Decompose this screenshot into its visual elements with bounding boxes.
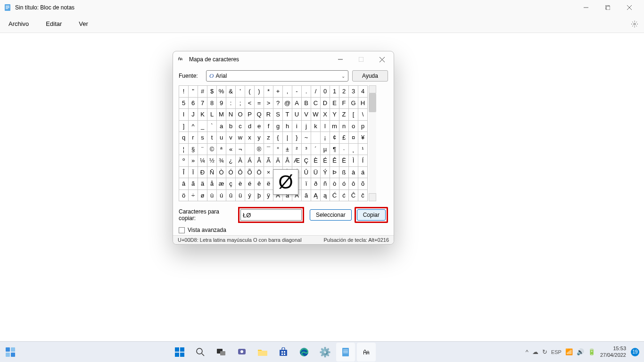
character-cell[interactable]: ù — [207, 189, 217, 201]
settings-app-button[interactable]: ⚙️ — [315, 343, 334, 362]
character-cell[interactable]: c — [236, 120, 245, 132]
character-cell[interactable]: æ — [217, 178, 226, 190]
character-cell[interactable]: z — [264, 132, 273, 144]
character-cell[interactable]: Ü — [311, 166, 321, 178]
character-cell[interactable]: ¬ — [236, 143, 245, 155]
character-cell[interactable]: ä — [198, 178, 207, 190]
character-cell[interactable]: ý — [245, 189, 255, 201]
help-button[interactable]: Ayuda — [352, 70, 388, 82]
character-cell[interactable]: ) — [255, 86, 264, 98]
character-cell[interactable]: Å — [283, 155, 292, 167]
character-cell[interactable]: µ — [321, 143, 330, 155]
character-cell[interactable]: ~ — [302, 132, 311, 144]
character-cell[interactable]: m — [330, 120, 339, 132]
character-cell[interactable]: 4 — [358, 86, 368, 98]
battery-icon[interactable]: 🔋 — [588, 348, 595, 355]
character-cell[interactable]: ± — [283, 143, 292, 155]
character-cell[interactable]: Ì — [349, 155, 358, 167]
character-cell[interactable]: û — [226, 189, 236, 201]
character-cell[interactable]: ] — [179, 120, 189, 132]
character-cell[interactable]: d — [245, 120, 255, 132]
character-cell[interactable]: ë — [264, 178, 273, 190]
character-cell[interactable]: ą — [321, 189, 330, 201]
character-cell[interactable]: Í — [358, 155, 368, 167]
character-cell[interactable]: h — [283, 120, 292, 132]
character-cell[interactable]: Û — [302, 166, 311, 178]
character-cell[interactable]: = — [255, 97, 264, 109]
character-cell[interactable]: ; — [236, 97, 245, 109]
character-cell[interactable]: w — [236, 132, 245, 144]
character-cell[interactable]: { — [273, 132, 283, 144]
minimize-button[interactable] — [575, 0, 597, 15]
charmap-close-button[interactable] — [375, 54, 389, 65]
character-cell[interactable]: Ö — [255, 166, 264, 178]
character-cell[interactable]: v — [226, 132, 236, 144]
character-cell[interactable]: - — [292, 86, 302, 98]
character-cell[interactable]: ( — [245, 86, 255, 98]
character-cell[interactable]: 9 — [217, 97, 226, 109]
character-cell[interactable]: è — [236, 178, 245, 190]
character-cell[interactable]: ã — [189, 178, 198, 190]
menu-view[interactable]: Ver — [76, 18, 91, 29]
character-cell[interactable]: [ — [349, 109, 358, 121]
character-cell[interactable]: Ï — [189, 166, 198, 178]
onedrive-icon[interactable]: ☁ — [532, 348, 538, 355]
character-cell[interactable]: þ — [255, 189, 264, 201]
character-cell[interactable]: j — [302, 120, 311, 132]
font-select[interactable]: O Arial ⌄ — [206, 70, 348, 82]
character-cell[interactable]: ¶ — [330, 143, 339, 155]
character-cell[interactable]: % — [217, 86, 226, 98]
character-cell[interactable]: Þ — [330, 166, 339, 178]
character-cell[interactable]: ¨ — [198, 143, 207, 155]
character-cell[interactable]: M — [217, 109, 226, 121]
character-cell[interactable]: É — [321, 155, 330, 167]
edge-button[interactable] — [295, 343, 314, 362]
chat-button[interactable] — [232, 343, 251, 362]
character-cell[interactable]: Â — [255, 155, 264, 167]
character-cell[interactable]: u — [217, 132, 226, 144]
character-cell[interactable]: s — [198, 132, 207, 144]
character-cell[interactable]: X — [321, 109, 330, 121]
character-cell[interactable]: ¼ — [198, 155, 207, 167]
character-cell[interactable]: l — [321, 120, 330, 132]
character-cell[interactable]: } — [292, 132, 302, 144]
character-cell[interactable]: ¦ — [179, 143, 189, 155]
character-cell[interactable]: G — [349, 97, 358, 109]
character-cell[interactable]: t — [207, 132, 217, 144]
scroll-thumb[interactable] — [369, 93, 376, 112]
character-cell[interactable]: ® — [255, 143, 264, 155]
character-cell[interactable]: ¹ — [358, 143, 368, 155]
character-cell[interactable] — [311, 132, 321, 144]
character-cell[interactable]: N — [226, 109, 236, 121]
character-cell[interactable]: Õ — [245, 166, 255, 178]
character-cell[interactable]: ^ — [189, 120, 198, 132]
character-cell[interactable]: + — [273, 86, 283, 98]
character-cell[interactable]: ² — [292, 143, 302, 155]
character-cell[interactable]: ³ — [302, 143, 311, 155]
character-cell[interactable]: r — [189, 132, 198, 144]
character-cell[interactable]: ¸ — [349, 143, 358, 155]
updates-icon[interactable]: ↻ — [542, 348, 547, 355]
character-cell[interactable]: « — [226, 143, 236, 155]
wifi-icon[interactable]: 📶 — [565, 348, 573, 355]
character-cell[interactable]: B — [302, 97, 311, 109]
character-cell[interactable]: ñ — [321, 178, 330, 190]
language-icon[interactable]: ESP — [551, 349, 561, 355]
character-cell[interactable]: ¡ — [321, 132, 330, 144]
character-cell[interactable]: Ó — [226, 166, 236, 178]
character-cell[interactable]: : — [226, 97, 236, 109]
character-cell[interactable]: 2 — [339, 86, 349, 98]
search-button[interactable] — [191, 343, 210, 362]
character-cell[interactable]: ` — [207, 120, 217, 132]
character-cell[interactable]: Î — [179, 166, 189, 178]
menu-edit[interactable]: Editar — [43, 18, 65, 29]
copy-input[interactable] — [240, 209, 302, 221]
character-cell[interactable]: ¿ — [226, 155, 236, 167]
character-cell[interactable]: õ — [358, 178, 368, 190]
character-cell[interactable]: Ç — [302, 155, 311, 167]
character-cell[interactable]: Ë — [339, 155, 349, 167]
advanced-checkbox[interactable] — [179, 227, 185, 233]
character-cell[interactable]: ¤ — [349, 132, 358, 144]
character-cell[interactable]: â — [179, 178, 189, 190]
character-cell[interactable]: Æ — [292, 155, 302, 167]
